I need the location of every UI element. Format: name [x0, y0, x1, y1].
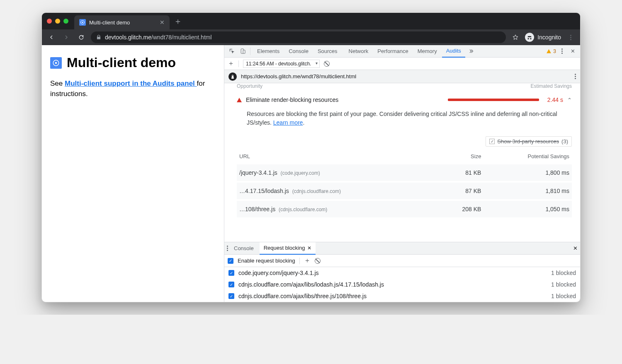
page-content: Multi-client demo See Multi-client suppo…: [42, 45, 224, 302]
tab-memory[interactable]: Memory: [413, 45, 441, 58]
fail-icon: [237, 98, 242, 102]
url-host: devtools.glitch.me: [105, 34, 151, 41]
svg-point-3: [55, 62, 57, 64]
svg-rect-5: [243, 50, 245, 53]
tab-console[interactable]: Console: [284, 45, 313, 58]
incognito-label: Incognito: [537, 34, 561, 41]
learn-more-link[interactable]: Learn more: [273, 119, 303, 126]
incognito-indicator: Incognito: [525, 33, 561, 42]
audit-run-select[interactable]: 11:24:56 AM - devtools.glitch.: [243, 60, 320, 68]
device-toggle-icon[interactable]: [238, 46, 248, 56]
col-size: Size: [438, 150, 484, 164]
close-window-button[interactable]: [47, 19, 52, 24]
page-text-before: See: [50, 80, 65, 87]
drawer-menu-icon[interactable]: [227, 246, 228, 251]
list-item[interactable]: ✓ cdnjs.cloudflare.com/ajax/libs/three.j…: [224, 290, 580, 302]
favicon-icon: [79, 19, 86, 26]
devtools-panel: Elements Console Sources Network Perform…: [224, 45, 580, 302]
pattern-checkbox[interactable]: ✓: [228, 270, 234, 276]
drawer-tabstrip: Console Request blocking✕ ✕: [224, 242, 580, 255]
warnings-badge[interactable]: 3: [546, 48, 556, 54]
audit-body[interactable]: Opportunity Estimated Savings Eliminate …: [224, 83, 580, 242]
browser-window: Multi-client demo ✕ ＋ devtools.glitch.me…: [41, 12, 581, 302]
enable-blocking-checkbox[interactable]: ✓: [228, 258, 233, 264]
browser-menu-icon[interactable]: [565, 32, 576, 43]
devtools-menu-icon[interactable]: [557, 46, 567, 56]
audit-url: https://devtools.glitch.me/wndt78/multic…: [241, 73, 571, 80]
url-input[interactable]: devtools.glitch.me/wndt78/multiclient.ht…: [91, 31, 506, 43]
checkbox-icon[interactable]: ✓: [489, 139, 495, 144]
opportunity-description: Resources are blocking the first paint o…: [237, 106, 572, 133]
tab-title: Multi-client demo: [89, 19, 130, 26]
more-tabs-icon[interactable]: [466, 46, 476, 56]
audits-toolbar: ＋ 11:24:56 AM - devtools.glitch.: [224, 58, 580, 70]
third-party-toggle[interactable]: ✓ Show 3rd-party resources (3): [486, 136, 572, 147]
drawer-tab-console[interactable]: Console: [230, 242, 258, 255]
opportunity-bar: [343, 99, 539, 101]
lock-icon: [96, 34, 102, 40]
table-row[interactable]: /jquery-3.4.1.js (code.jquery.com) 81 KB…: [237, 164, 572, 182]
tab-audits[interactable]: Audits: [442, 45, 465, 58]
traffic-lights: [47, 19, 68, 24]
clear-audit-icon[interactable]: [324, 61, 330, 67]
pattern-checkbox[interactable]: ✓: [228, 293, 234, 299]
forward-button[interactable]: [61, 32, 72, 43]
tab-elements[interactable]: Elements: [253, 45, 284, 58]
minimize-window-button[interactable]: [55, 19, 60, 24]
page-paragraph: See Multi-client support in the Audits p…: [50, 79, 216, 99]
opportunity-title: Eliminate render-blocking resources: [246, 96, 338, 103]
drawer-close-icon[interactable]: ✕: [573, 245, 578, 251]
table-row[interactable]: …4.17.15/lodash.js (cdnjs.cloudflare.com…: [237, 182, 572, 200]
tab-network[interactable]: Network: [343, 45, 373, 58]
devtools-tabstrip: Elements Console Sources Network Perform…: [224, 45, 580, 58]
reload-button[interactable]: [76, 32, 87, 43]
maximize-window-button[interactable]: [63, 19, 68, 24]
devtools-drawer: Console Request blocking✕ ✕ ✓ Enable req…: [224, 242, 580, 302]
col-url: URL: [237, 150, 438, 164]
audit-menu-icon[interactable]: [575, 74, 576, 79]
close-tab-icon[interactable]: ✕: [160, 19, 165, 26]
svg-point-1: [82, 22, 83, 23]
new-audit-button[interactable]: ＋: [228, 59, 234, 68]
add-pattern-button[interactable]: ＋: [304, 256, 311, 265]
pattern-checkbox[interactable]: ✓: [228, 282, 234, 287]
page-heading-icon: [50, 57, 62, 69]
devtools-close-icon[interactable]: ✕: [568, 46, 578, 56]
inspect-element-icon[interactable]: [227, 46, 237, 56]
new-tab-button[interactable]: ＋: [174, 16, 182, 27]
page-heading: Multi-client demo: [50, 55, 216, 70]
lighthouse-icon: [228, 72, 237, 81]
list-item[interactable]: ✓ cdnjs.cloudflare.com/ajax/libs/lodash.…: [224, 279, 580, 290]
enable-blocking-label: Enable request blocking: [238, 258, 295, 264]
tab-performance[interactable]: Performance: [373, 45, 412, 58]
col-savings: Potential Savings: [484, 150, 572, 164]
chevron-up-icon[interactable]: ⌃: [567, 97, 572, 103]
opportunity-row[interactable]: Eliminate render-blocking resources 2.44…: [237, 94, 572, 106]
instructions-link[interactable]: Multi-client support in the Audits panel: [65, 80, 197, 87]
resources-table: URL Size Potential Savings /jquery-3.4.1…: [237, 150, 572, 217]
url-path: /wndt78/multiclient.html: [151, 34, 212, 41]
address-bar: devtools.glitch.me/wndt78/multiclient.ht…: [42, 29, 580, 45]
titlebar: Multi-client demo ✕ ＋: [42, 13, 580, 29]
clear-patterns-icon[interactable]: [315, 258, 321, 264]
opportunity-value: 2.44 s: [543, 96, 563, 103]
drawer-tab-request-blocking[interactable]: Request blocking✕: [260, 242, 316, 255]
close-icon[interactable]: ✕: [307, 245, 311, 251]
blocking-toolbar: ✓ Enable request blocking ＋: [224, 255, 580, 267]
bookmark-button[interactable]: [510, 32, 521, 43]
back-button[interactable]: [46, 32, 57, 43]
incognito-icon: [525, 33, 534, 42]
page-heading-text: Multi-client demo: [67, 55, 176, 70]
tab-sources[interactable]: Sources: [313, 45, 342, 58]
opportunity-header: Opportunity Estimated Savings: [237, 83, 572, 92]
table-row[interactable]: …108/three.js (cdnjs.cloudflare.com) 208…: [237, 200, 572, 217]
list-item[interactable]: ✓ code.jquery.com/jquery-3.4.1.js 1 bloc…: [224, 267, 580, 279]
audit-url-bar: https://devtools.glitch.me/wndt78/multic…: [224, 70, 580, 83]
blocking-list: ✓ code.jquery.com/jquery-3.4.1.js 1 bloc…: [224, 267, 580, 302]
browser-tab[interactable]: Multi-client demo ✕: [74, 15, 170, 29]
